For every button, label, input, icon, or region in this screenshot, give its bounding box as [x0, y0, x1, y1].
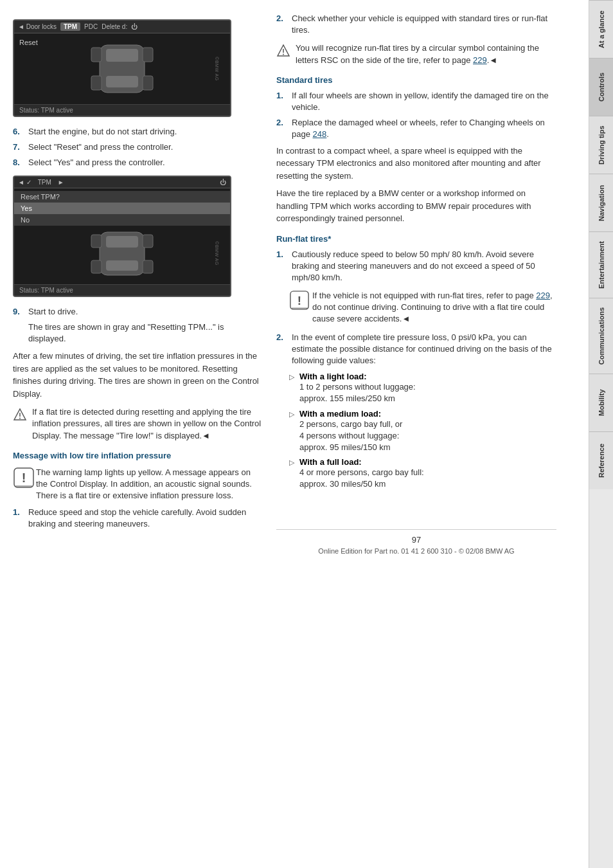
- step-8-num: 8.: [13, 157, 23, 168]
- runflat-triangle-icon: [276, 43, 290, 57]
- para-spare: In contrast to a compact wheel, a spare …: [276, 145, 556, 183]
- svg-rect-8: [106, 236, 138, 248]
- step-6-text: Start the engine, but do not start drivi…: [28, 126, 177, 138]
- sidebar-tab-at-a-glance[interactable]: At a glance: [589, 0, 613, 58]
- sidebar-tab-driving-tips-label: Driving tips: [598, 125, 605, 165]
- svg-rect-10: [91, 235, 102, 248]
- svg-point-16: [19, 418, 21, 419]
- step-7-num: 7.: [13, 141, 23, 153]
- guide-values-list: ▷ With a light load: 1 to 2 persons with…: [289, 372, 556, 490]
- sidebar-tab-communications-label: Communications: [598, 307, 605, 365]
- guide-full-text: With a full load: 4 or more persons, car…: [299, 457, 424, 490]
- car-top-view-1: [64, 40, 180, 98]
- step-9-text: Start to drive.: [28, 306, 78, 318]
- topbar-tpm-highlight: TPM: [60, 23, 80, 31]
- bullet-arrow-3: ▷: [289, 458, 294, 467]
- step-6-num: 6.: [13, 126, 23, 138]
- screen2-menu-yes: Yes: [14, 203, 230, 214]
- guide-light-load: ▷ With a light load: 1 to 2 persons with…: [289, 372, 556, 404]
- svg-text:!: !: [22, 471, 26, 485]
- topbar2-back: ◄ ✓: [18, 179, 31, 186]
- svg-rect-6: [143, 76, 153, 90]
- left-step-1: 1. Reduce speed and stop the vehicle car…: [13, 507, 263, 530]
- sidebar-tab-at-a-glance-label: At a glance: [598, 10, 605, 48]
- rf-step-1: 1. Cautiously reduce speed to below 50 m…: [276, 249, 556, 284]
- screen2-status: Status: TPM active: [14, 284, 230, 296]
- topbar-power: ⏻: [131, 23, 138, 30]
- standard-tires-heading: Standard tires: [276, 75, 556, 85]
- screen2-topbar: ◄ ✓ TPM ► ⏻: [14, 177, 230, 188]
- screen1-reset-label: Reset: [19, 39, 38, 46]
- svg-rect-9: [106, 260, 138, 271]
- step-9-container: 9. Start to drive. The tires are shown i…: [13, 306, 263, 345]
- rf-step-1-text: Cautiously reduce speed to below 50 mph/…: [292, 249, 556, 284]
- car-top-view-2: [64, 230, 180, 278]
- std-page-link[interactable]: 248: [313, 129, 327, 139]
- sidebar-tab-navigation[interactable]: Navigation: [589, 174, 613, 231]
- screen2-body: Reset TPM? Yes No: [14, 188, 230, 284]
- watermark: ©BMW AG: [215, 57, 219, 80]
- step-7-text: Select "Reset" and press the controller.: [28, 141, 173, 153]
- rf-step-2-num: 2.: [276, 332, 287, 367]
- triangle-note-icon: [13, 407, 27, 421]
- runflat-note-box: You will recognize run-flat tires by a c…: [276, 42, 556, 66]
- para-bmw: Have the tire replaced by a BMW center o…: [276, 187, 556, 225]
- rf-page-link[interactable]: 229: [536, 291, 550, 300]
- step-8: 8. Select "Yes" and press the controller…: [13, 157, 263, 168]
- sidebar-tab-driving-tips[interactable]: Driving tips: [589, 116, 613, 174]
- sidebar-tab-communications[interactable]: Communications: [589, 298, 613, 374]
- bullet-arrow-2: ▷: [289, 410, 294, 419]
- guide-medium-text: With a medium load: 2 persons, cargo bay…: [299, 409, 402, 454]
- sidebar-tab-mobility[interactable]: Mobility: [589, 374, 613, 431]
- rf-step-2-text: In the event of complete tire pressure l…: [292, 332, 556, 367]
- left-column: ◄ Door locks TPM PDC Delete d: ⏻ Reset: [13, 13, 263, 855]
- page-footer: 97 Online Edition for Part no. 01 41 2 6…: [276, 529, 556, 555]
- screen2-menu-no: No: [14, 214, 230, 226]
- guide-light-label: With a light load:: [299, 372, 367, 381]
- rf-warning-box: ! If the vehicle is not equipped with ru…: [289, 290, 556, 325]
- right-step-2-text: Check whether your vehicle is equipped w…: [292, 13, 556, 36]
- sidebar-tab-mobility-label: Mobility: [598, 390, 605, 417]
- left-step-1-num: 1.: [13, 507, 23, 530]
- step-6: 6. Start the engine, but do not start dr…: [13, 126, 263, 138]
- std-step-1-text: If all four wheels are shown in yellow, …: [292, 90, 556, 113]
- left-step-1-text: Reduce speed and stop the vehicle carefu…: [28, 507, 263, 530]
- svg-rect-13: [143, 260, 153, 273]
- screen-1: ◄ Door locks TPM PDC Delete d: ⏻ Reset: [13, 19, 231, 117]
- topbar2-tpm: TPM: [38, 179, 51, 186]
- svg-rect-3: [91, 48, 102, 62]
- rf-warning-icon: !: [289, 290, 307, 308]
- topbar2-next: ►: [58, 179, 64, 186]
- svg-rect-4: [143, 48, 153, 62]
- warning-text: The warning lamp lights up yellow. A mes…: [36, 467, 263, 502]
- right-sidebar: At a glance Controls Driving tips Naviga…: [589, 0, 613, 868]
- para-1: After a few minutes of driving, the set …: [13, 350, 263, 400]
- screen1-body: Reset: [14, 33, 230, 104]
- svg-rect-2: [106, 76, 138, 87]
- sidebar-tab-controls[interactable]: Controls: [589, 58, 613, 116]
- guide-light-text: With a light load: 1 to 2 persons withou…: [299, 372, 416, 404]
- guide-full-detail: 4 or more persons, cargo bay full:approx…: [299, 467, 424, 489]
- guide-full-label: With a full load:: [299, 457, 362, 467]
- footer-text: Online Edition for Part no. 01 41 2 600 …: [276, 547, 556, 555]
- step-9-sub-text: The tires are shown in gray and "Resetti…: [28, 322, 224, 343]
- std-step-1-num: 1.: [276, 90, 287, 113]
- watermark-2: ©BMW AG: [215, 241, 219, 265]
- page-number: 97: [276, 535, 556, 545]
- svg-rect-5: [91, 76, 102, 90]
- svg-point-22: [283, 54, 284, 55]
- topbar-pdc: PDC: [84, 23, 98, 30]
- runflat-page-link[interactable]: 229: [473, 55, 487, 65]
- step-9: 9. Start to drive.: [13, 306, 263, 318]
- topbar-delete: Delete d:: [102, 23, 127, 30]
- runflat-note-text: You will recognize run-flat tires by a c…: [296, 42, 556, 66]
- sidebar-tab-entertainment[interactable]: Entertainment: [589, 231, 613, 298]
- guide-light-detail: 1 to 2 persons without luggage:approx. 1…: [299, 382, 416, 403]
- screen2-menu-reset: Reset TPM?: [14, 191, 230, 203]
- runflat-tires-heading: Run-flat tires*: [276, 234, 556, 244]
- std-step-2: 2. Replace the damaged wheel or wheels, …: [276, 117, 556, 140]
- sidebar-tab-reference[interactable]: Reference: [589, 431, 613, 489]
- rf-warning-text: If the vehicle is not equipped with run-…: [312, 290, 556, 325]
- right-column: 2. Check whether your vehicle is equippe…: [276, 13, 556, 855]
- svg-rect-1: [106, 49, 138, 62]
